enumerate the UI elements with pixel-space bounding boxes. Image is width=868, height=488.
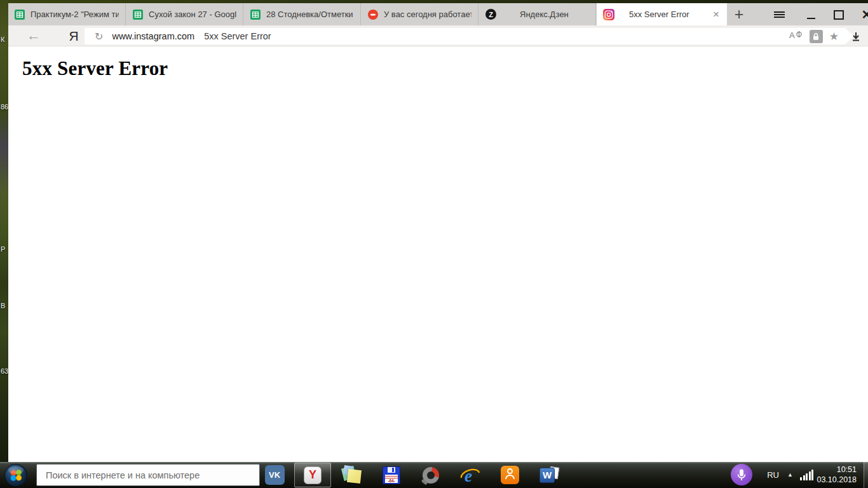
- taskbar-app-odnoklassniki[interactable]: [491, 463, 528, 487]
- tab-suhoy-zakon[interactable]: Сухой закон 27 - Google: [126, 3, 243, 25]
- yandex-logo[interactable]: Я: [64, 27, 83, 44]
- taskbar-app-word[interactable]: W: [531, 463, 567, 487]
- vk-icon: VK: [265, 465, 285, 485]
- odnoklassniki-icon: [501, 466, 519, 484]
- tab-chat[interactable]: У вас сегодня работает и: [362, 3, 478, 25]
- taskbar-app-floppy[interactable]: -64-: [373, 463, 410, 487]
- desktop-icon-label: Р: [1, 245, 5, 253]
- donut-ring-icon: [423, 467, 439, 484]
- svg-text:A: A: [789, 30, 795, 40]
- tab-close-icon[interactable]: ×: [712, 8, 721, 21]
- google-sheets-icon: [133, 10, 143, 20]
- google-sheets-icon: [15, 10, 25, 20]
- taskbar-search-placeholder: Поиск в интернете и на компьютере: [46, 470, 200, 480]
- instagram-icon: [603, 9, 614, 20]
- yandex-browser-icon: Y: [304, 466, 322, 484]
- tab-stodnevka[interactable]: 28 Стодневка/Отметки -: [244, 3, 361, 25]
- show-desktop-button[interactable]: [864, 462, 868, 488]
- browser-toolbar: ← Я ↻ www.instagram.com 5xx Server Error…: [8, 25, 868, 46]
- clock[interactable]: 10:51 03.10.2018: [817, 464, 857, 485]
- window-close-button[interactable]: ✕: [858, 7, 868, 22]
- browser-menu-icon[interactable]: [771, 7, 787, 22]
- downloads-icon[interactable]: [846, 27, 865, 45]
- taskbar: Поиск в интернете и на компьютере VK Y -…: [0, 462, 868, 488]
- tab-title: Практикум-2 "Режим тиш: [31, 10, 119, 19]
- desktop-icon-label: К: [1, 36, 4, 43]
- internet-explorer-icon: e: [460, 466, 480, 485]
- screen: К 86 Р В 63 Практикум-2 "Режим тиш Сухой…: [0, 0, 868, 488]
- tab-yandex-zen[interactable]: Z Яндекс.Дзен: [479, 3, 596, 25]
- ms-word-icon: W: [539, 466, 559, 484]
- taskbar-app-yandex-browser[interactable]: Y: [294, 463, 331, 487]
- desktop-icon-label: В: [1, 302, 5, 309]
- floppy-disk-icon: -64-: [383, 466, 400, 484]
- address-bar[interactable]: ↻ www.instagram.com 5xx Server Error A ★: [85, 28, 854, 44]
- page-content: 5xx Server Error: [8, 47, 868, 462]
- reload-icon[interactable]: ↻: [95, 30, 103, 43]
- taskbar-app-vk[interactable]: VK: [261, 463, 288, 487]
- taskbar-search-input[interactable]: Поиск в интернете и на компьютере: [36, 464, 260, 486]
- tab-bar: Практикум-2 "Режим тиш Сухой закон 27 - …: [8, 3, 868, 25]
- tray-time: 10:51: [817, 464, 857, 475]
- start-button[interactable]: [1, 462, 31, 488]
- back-button[interactable]: ←: [22, 27, 45, 44]
- desktop-icon-label: 63: [1, 367, 8, 375]
- google-sheets-icon: [250, 10, 261, 20]
- desktop-wallpaper-strip: К 86 Р В 63: [0, 0, 8, 488]
- window-maximize-button[interactable]: [831, 7, 847, 22]
- tab-title: У вас сегодня работает и: [384, 10, 471, 19]
- network-signal-icon[interactable]: [800, 469, 813, 480]
- page-title: 5xx Server Error: [8, 47, 868, 80]
- translate-icon[interactable]: A: [789, 30, 803, 43]
- desktop-icon-label: 86: [1, 103, 8, 111]
- chat-badge-icon: [368, 10, 378, 20]
- taskbar-app-sticky-notes[interactable]: [334, 463, 370, 487]
- zen-icon: Z: [485, 9, 496, 20]
- taskbar-app-internet-explorer[interactable]: e: [452, 463, 489, 487]
- new-tab-button[interactable]: +: [728, 3, 750, 25]
- bookmark-star-icon[interactable]: ★: [829, 30, 839, 43]
- tab-title: Сухой закон 27 - Google: [149, 10, 236, 19]
- tab-title: 5xx Server Error: [629, 10, 689, 19]
- tab-title: 28 Стодневка/Отметки -: [266, 10, 354, 19]
- language-indicator[interactable]: RU: [767, 470, 779, 480]
- window-minimize-button[interactable]: [803, 7, 819, 22]
- voice-assistant-mic-icon[interactable]: [731, 464, 752, 485]
- sticky-notes-icon: [342, 466, 362, 485]
- tab-title: Яндекс.Дзен: [520, 10, 569, 19]
- address-bar-page-title: 5xx Server Error: [204, 31, 271, 41]
- tab-instagram-active[interactable]: 5xx Server Error ×: [597, 3, 727, 25]
- url-text: www.instagram.com: [112, 31, 194, 41]
- hidden-icons-chevron[interactable]: ▲: [787, 471, 793, 478]
- taskbar-app-loader[interactable]: [412, 463, 449, 487]
- tray-date: 03.10.2018: [817, 475, 857, 485]
- protect-lock-icon[interactable]: [810, 30, 823, 43]
- tab-praktikum[interactable]: Практикум-2 "Режим тиш: [8, 3, 126, 25]
